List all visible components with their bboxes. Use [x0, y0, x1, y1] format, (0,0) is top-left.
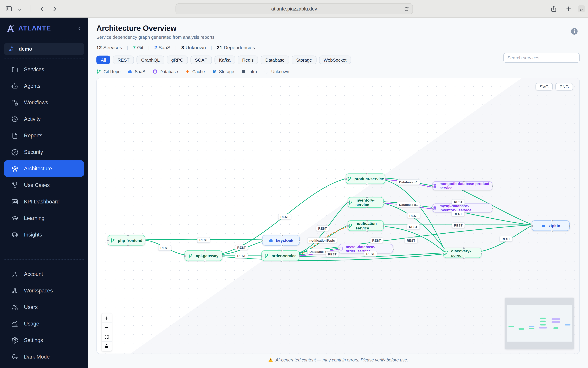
sidebar-item-label: Architecture	[24, 166, 52, 172]
git-branch-icon	[110, 238, 115, 243]
node-port	[298, 255, 300, 257]
workspace-item-demo[interactable]: demo	[4, 43, 84, 55]
graph-canvas[interactable]: SVG PNG php-frontendapi-gatewaykeycloako…	[97, 78, 580, 354]
chevron-down-icon[interactable]	[18, 7, 22, 11]
node-port	[463, 257, 465, 259]
minimap-node	[529, 328, 535, 329]
sidebar-item-workspaces[interactable]: Workspaces	[4, 283, 84, 299]
node-port	[463, 189, 465, 191]
share-icon[interactable]	[550, 5, 557, 12]
edge-label-rest: REST	[451, 211, 464, 217]
export-svg-button[interactable]: SVG	[535, 83, 553, 91]
sidebar-item-agents[interactable]: Agents	[4, 78, 84, 94]
forward-icon[interactable]	[51, 5, 58, 12]
node-port	[221, 255, 224, 257]
sidebar-item-learning[interactable]: Learning	[4, 210, 84, 226]
node-notification-service[interactable]: notification-service	[348, 220, 384, 231]
sidebar-item-label: Use Cases	[24, 182, 50, 188]
node-product-service[interactable]: product-service	[346, 174, 385, 184]
zoom-in-button[interactable]	[102, 313, 112, 323]
node-port	[491, 207, 493, 209]
export-png-button[interactable]: PNG	[555, 83, 573, 91]
node-port	[383, 202, 385, 204]
node-label: api-gateway	[196, 253, 219, 258]
zoom-out-button[interactable]	[102, 323, 112, 332]
zoom-controls	[102, 313, 112, 351]
tabs-overview-icon[interactable]	[578, 5, 585, 12]
sidebar-item-security[interactable]: Security	[4, 144, 84, 160]
node-order-service[interactable]: order-service	[261, 250, 299, 261]
info-icon[interactable]	[570, 27, 578, 35]
sidebar-item-account[interactable]: Account	[4, 266, 84, 283]
filter-chip-database[interactable]: Database	[261, 55, 289, 64]
node-inventory-service[interactable]: inventory-service	[348, 197, 384, 208]
minimap-node	[552, 321, 560, 323]
minimap[interactable]	[505, 298, 574, 349]
filter-chip-storage[interactable]: Storage	[292, 55, 316, 64]
edge-label-notificationtopic: notificationTopic	[307, 238, 337, 243]
stat-dependencies: 21Dependencies	[217, 45, 255, 50]
atlante-logo-icon	[6, 24, 15, 33]
sidebar-item-usage[interactable]: Usage	[4, 315, 84, 332]
sidebar-item-reports[interactable]: Reports	[4, 127, 84, 144]
node-mongodb-database-product-service[interactable]: mongodb-database-product-service	[432, 181, 492, 190]
stat-divider: |	[127, 45, 128, 50]
sidebar-item-services[interactable]: Services	[4, 61, 84, 78]
node-api-gateway[interactable]: api-gateway	[184, 250, 222, 261]
sidebar-item-architecture[interactable]: Architecture	[4, 160, 84, 177]
sidebar-item-use-cases[interactable]: Use Cases	[4, 177, 84, 193]
node-keycloak[interactable]: keycloak	[262, 235, 300, 245]
node-php-frontend[interactable]: php-frontend	[108, 235, 145, 245]
fit-view-button[interactable]	[102, 332, 112, 342]
back-icon[interactable]	[39, 5, 46, 12]
edge-label-rest: REST	[364, 251, 377, 257]
brand-name: ATLANTE	[18, 24, 74, 32]
filter-chip-soap[interactable]: SOAP	[190, 55, 212, 64]
sidebar-item-settings[interactable]: Settings	[4, 332, 84, 349]
collapse-sidebar-icon[interactable]	[77, 26, 82, 31]
edge-label-rest: REST	[197, 237, 210, 243]
filter-chip-grpc[interactable]: gRPC	[167, 55, 188, 64]
new-tab-icon[interactable]	[565, 5, 572, 12]
git-branch-icon	[188, 253, 193, 258]
sidebar-item-workflows[interactable]: Workflows	[4, 94, 84, 111]
plus-icon	[104, 315, 109, 320]
sidebar-item-activity[interactable]: Activity	[4, 111, 84, 127]
minimap-node	[509, 326, 514, 327]
minimap-node	[539, 327, 547, 329]
node-port	[569, 225, 571, 227]
node-port	[281, 245, 283, 247]
infra-icon	[241, 69, 246, 74]
node-port	[531, 225, 533, 227]
sidebar-nav: ServicesAgentsWorkflowsActivityReportsSe…	[0, 59, 88, 243]
lock-button[interactable]	[102, 342, 112, 351]
sidebar-toggle-icon[interactable]	[5, 5, 12, 12]
filter-chip-kafka[interactable]: Kafka	[215, 55, 235, 64]
node-discovery-server[interactable]: discovery-server	[443, 248, 481, 258]
address-bar[interactable]: atlante.piazzablu.dev	[176, 3, 413, 14]
sidebar-item-label: Dark Mode	[24, 354, 50, 360]
usage-icon	[11, 320, 18, 327]
node-port	[127, 234, 129, 236]
node-zipkin[interactable]: zipkin	[532, 220, 570, 231]
node-port	[261, 255, 263, 257]
filter-chip-graphql[interactable]: GraphQL	[137, 55, 164, 64]
filter-chip-websocket[interactable]: WebSocket	[319, 55, 351, 64]
sidebar-bottom-nav: AccountWorkspacesUsersUsageSettingsDark …	[0, 259, 88, 368]
cloud-icon	[128, 69, 132, 74]
legend-item-cache: Cache	[185, 69, 205, 74]
sidebar-item-insights[interactable]: Insights	[4, 226, 84, 243]
graduation-cap-icon	[11, 215, 18, 222]
sidebar-item-dark-mode[interactable]: Dark Mode	[4, 349, 84, 365]
filter-chip-rest[interactable]: REST	[113, 55, 134, 64]
filter-chip-all[interactable]: All	[97, 55, 110, 64]
sidebar-divider	[4, 259, 84, 260]
sidebar-item-users[interactable]: Users	[4, 299, 84, 315]
search-input[interactable]	[503, 53, 580, 63]
node-label: keycloak	[276, 238, 293, 242]
node-port	[384, 178, 386, 180]
sidebar-item-kpi-dashboard[interactable]: KPI Dashboard	[4, 193, 84, 210]
reload-icon[interactable]	[404, 6, 409, 11]
filter-chip-redis[interactable]: Redis	[238, 55, 258, 64]
folder-icon	[11, 66, 18, 73]
